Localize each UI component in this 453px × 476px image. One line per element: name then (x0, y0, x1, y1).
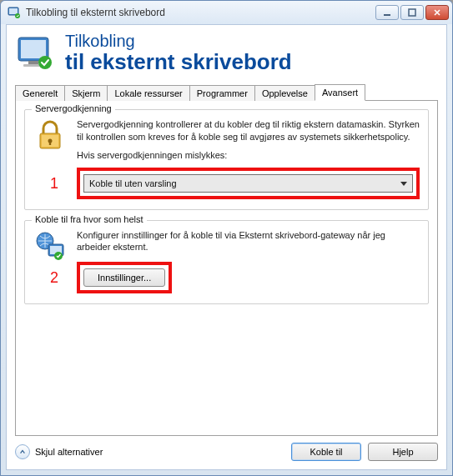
minimize-icon (383, 8, 391, 17)
header: Tilkobling til eksternt skrivebord (15, 32, 438, 73)
highlight-1: 1 Koble til uten varsling (77, 168, 420, 199)
window-title: Tilkobling til eksternt skrivebord (26, 7, 375, 18)
help-button[interactable]: Hjelp (368, 443, 438, 461)
settings-button[interactable]: Innstillinger... (83, 268, 165, 287)
svg-point-9 (38, 56, 52, 69)
titlebar-buttons (375, 5, 449, 20)
header-title: til eksternt skrivebord (65, 51, 292, 73)
marker-1: 1 (50, 175, 58, 193)
gateway-icon (33, 229, 67, 263)
tab-skjerm[interactable]: Skjerm (64, 85, 108, 101)
tabstrip: Generelt Skjerm Lokale ressurser Program… (15, 83, 438, 101)
connect-button[interactable]: Koble til (291, 443, 361, 461)
header-subtitle: Tilkobling (65, 32, 292, 51)
auth-fail-dropdown[interactable]: Koble til uten varsling (83, 174, 413, 193)
tab-programmer[interactable]: Programmer (189, 85, 255, 101)
hide-options-toggle[interactable]: Skjul alternativer (15, 444, 103, 459)
tab-generelt[interactable]: Generelt (15, 85, 65, 101)
server-auth-sublabel: Hvis servergodkjenningen mislykkes: (77, 149, 420, 161)
help-button-label: Hjelp (392, 447, 413, 457)
close-button[interactable] (425, 5, 449, 20)
hide-options-label: Skjul alternativer (35, 447, 103, 457)
gateway-description: Konfigurer innstillinger for å koble til… (77, 229, 420, 253)
legend-gateway: Koble til fra hvor som helst (32, 214, 147, 224)
close-icon (433, 8, 441, 17)
svg-rect-1 (9, 8, 18, 14)
highlight-2: 2 Innstillinger... (77, 262, 172, 293)
minimize-button[interactable] (375, 5, 399, 20)
maximize-button[interactable] (400, 5, 424, 20)
dropdown-value: Koble til uten varsling (89, 178, 177, 188)
rdp-icon-large (15, 33, 55, 73)
tab-avansert[interactable]: Avansert (315, 84, 365, 101)
svg-rect-3 (384, 14, 390, 16)
marker-2: 2 (50, 268, 58, 286)
svg-rect-7 (28, 61, 38, 64)
tab-lokale-ressurser[interactable]: Lokale ressurser (107, 85, 189, 101)
connect-button-label: Koble til (310, 447, 342, 457)
chevron-up-icon (15, 444, 30, 459)
footer: Skjul alternativer Koble til Hjelp (15, 436, 438, 461)
rdp-icon-small (8, 6, 21, 19)
lock-icon (33, 118, 67, 152)
fieldset-koble-fra-hvor-som-helst: Koble til fra hvor som helst Konfigurer … (24, 220, 429, 304)
content: Tilkobling til eksternt skrivebord Gener… (6, 24, 447, 470)
svg-rect-13 (49, 141, 51, 145)
tab-opplevelse[interactable]: Opplevelse (254, 85, 315, 101)
titlebar[interactable]: Tilkobling til eksternt skrivebord (1, 1, 452, 24)
server-auth-description: Servergodkjenning kontrollerer at du kob… (77, 118, 420, 143)
svg-rect-4 (409, 9, 415, 16)
svg-rect-6 (21, 40, 46, 58)
tabpanel-avansert: Servergodkjenning Servergodkjenning kont… (15, 101, 438, 436)
legend-servergodkjenning: Servergodkjenning (32, 103, 115, 113)
fieldset-servergodkjenning: Servergodkjenning Servergodkjenning kont… (24, 109, 429, 210)
maximize-icon (408, 8, 416, 17)
chevron-down-icon (400, 182, 407, 186)
window: Tilkobling til eksternt skrivebord (0, 0, 453, 476)
settings-button-label: Innstillinger... (98, 273, 151, 283)
